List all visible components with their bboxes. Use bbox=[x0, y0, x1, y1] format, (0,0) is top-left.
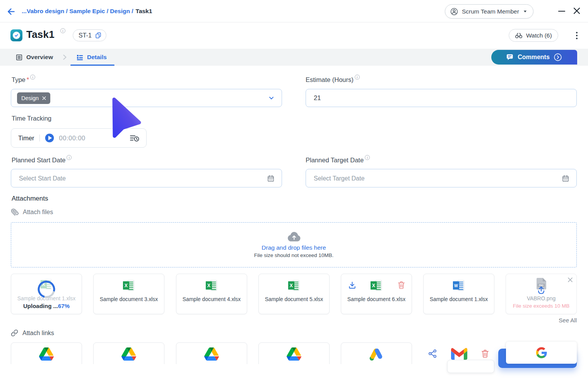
gmail-icon[interactable] bbox=[451, 347, 467, 360]
file-card[interactable]: Sample document 5.xlsx bbox=[258, 274, 330, 314]
estimate-info-icon[interactable]: i bbox=[355, 75, 360, 80]
link-card-gmail-actions bbox=[423, 347, 494, 360]
planned-start-label: Planned Start Date bbox=[12, 157, 65, 164]
tab-overview[interactable]: Overview bbox=[15, 49, 53, 66]
breadcrumb-current: Task1 bbox=[136, 8, 152, 15]
breadcrumb: ...Vabro design / Sample Epic / Design /… bbox=[22, 0, 152, 22]
google-drive-icon bbox=[287, 347, 301, 361]
title-info-icon[interactable]: i bbox=[60, 28, 65, 33]
task-type-icon bbox=[10, 29, 22, 41]
estimate-input[interactable] bbox=[306, 89, 576, 107]
comments-button-label: Comments bbox=[518, 54, 550, 61]
link-card-gmail[interactable] bbox=[447, 360, 494, 373]
type-chip: Design bbox=[17, 92, 50, 104]
calendar-icon[interactable] bbox=[562, 175, 569, 182]
estimate-label-row: Estimate (Hours) i bbox=[306, 76, 360, 83]
link-card-google-drive[interactable] bbox=[93, 342, 164, 364]
planned-start-input[interactable] bbox=[11, 169, 282, 187]
file-name: VABRO.png bbox=[508, 296, 575, 301]
copy-icon[interactable] bbox=[95, 32, 102, 39]
file-card-with-actions[interactable]: Sample document 6.xlsx bbox=[341, 274, 412, 314]
time-tracking-label: Time Tracking bbox=[12, 115, 51, 122]
link-card-google-ads[interactable] bbox=[341, 342, 412, 364]
file-card[interactable]: Sample document 3.xlsx bbox=[93, 274, 164, 314]
file-dropzone[interactable]: Drag and drop files here File size shoul… bbox=[11, 222, 577, 267]
timer-divider bbox=[39, 135, 40, 141]
google-ads-icon bbox=[369, 346, 384, 361]
link-card-google-drive[interactable] bbox=[258, 342, 330, 364]
type-label-row: Type* i bbox=[12, 76, 35, 83]
timer-box: Timer 00:00:00 bbox=[11, 128, 147, 148]
breadcrumb-link[interactable]: ...Vabro design / Sample Epic / Design / bbox=[22, 8, 133, 15]
excel-file-icon bbox=[371, 280, 383, 291]
tab-details-label: Details bbox=[87, 54, 107, 61]
planned-target-label: Planned Target Date bbox=[306, 157, 364, 164]
download-icon[interactable] bbox=[348, 281, 357, 290]
play-icon[interactable] bbox=[45, 133, 54, 143]
type-select[interactable]: Design bbox=[11, 89, 282, 107]
watch-button[interactable]: Watch (6) bbox=[509, 29, 558, 42]
estimate-label: Estimate (Hours) bbox=[306, 76, 354, 83]
task-id-label: ST-1 bbox=[79, 32, 92, 39]
watch-label: Watch (6) bbox=[526, 32, 552, 39]
file-name: Sample document 3.xlsx bbox=[95, 296, 162, 302]
dropzone-subtitle: File size should not exceed 10MB. bbox=[254, 252, 334, 258]
cloud-upload-icon bbox=[287, 232, 301, 242]
excel-file-icon bbox=[288, 280, 300, 291]
attach-links-button[interactable]: Attach links bbox=[11, 329, 54, 337]
type-info-icon[interactable]: i bbox=[30, 75, 35, 80]
attach-files-label: Attach files bbox=[23, 209, 53, 216]
overview-tab-icon bbox=[15, 54, 23, 61]
planned-target-info-icon[interactable]: i bbox=[365, 155, 370, 160]
timer-value: 00:00:00 bbox=[59, 135, 85, 142]
delete-icon[interactable] bbox=[480, 349, 490, 359]
link-card-google-drive[interactable] bbox=[176, 342, 247, 364]
file-name: Sample document 1.xlsx bbox=[425, 296, 492, 302]
planned-target-input[interactable] bbox=[306, 169, 576, 187]
more-options-icon[interactable] bbox=[574, 31, 580, 40]
chevron-right-circle-icon bbox=[554, 53, 562, 61]
details-tab-icon bbox=[76, 54, 84, 61]
file-card[interactable]: Sample document 4.xlsx bbox=[176, 274, 247, 314]
upload-status: Uploading ...67% bbox=[11, 303, 82, 309]
tab-details[interactable]: Details bbox=[76, 49, 107, 66]
type-label: Type bbox=[12, 76, 26, 83]
planned-target-label-row: Planned Target Date i bbox=[306, 157, 370, 164]
chip-remove-icon[interactable] bbox=[42, 96, 46, 100]
user-menu-label: Scrum Team Member bbox=[462, 8, 519, 15]
planned-start-label-row: Planned Start Date i bbox=[12, 157, 72, 164]
user-menu[interactable]: Scrum Team Member bbox=[445, 4, 533, 19]
file-error-text: File size exceeds 10 MB bbox=[506, 303, 576, 309]
binoculars-icon bbox=[515, 32, 523, 39]
share-icon[interactable] bbox=[428, 349, 438, 359]
remove-file-icon[interactable] bbox=[567, 277, 573, 283]
google-drive-icon bbox=[121, 347, 136, 361]
select-caret-icon[interactable] bbox=[268, 95, 275, 101]
file-card-uploading[interactable]: Sample document 1.xlsx Uploading ...67% bbox=[11, 274, 82, 314]
attach-files-button[interactable]: Attach files bbox=[11, 208, 53, 216]
upload-arrow-icon bbox=[537, 285, 545, 295]
time-log-icon[interactable] bbox=[130, 135, 139, 142]
file-card[interactable]: Sample document 1.xlsx bbox=[423, 274, 494, 314]
back-icon[interactable] bbox=[6, 7, 16, 17]
task-id-badge: ST-1 bbox=[73, 29, 106, 41]
delete-icon[interactable] bbox=[397, 280, 406, 290]
type-chip-label: Design bbox=[21, 95, 39, 101]
person-icon bbox=[450, 7, 458, 16]
google-g-icon bbox=[535, 347, 547, 359]
comments-button[interactable]: Comments bbox=[491, 50, 577, 65]
close-icon[interactable] bbox=[573, 7, 581, 15]
estimate-field-wrap bbox=[306, 89, 577, 107]
tab-separator-chevron-icon bbox=[62, 54, 68, 61]
file-card-error[interactable]: PNG VABRO.png File size exceeds 10 MB bbox=[506, 274, 577, 314]
see-all-link[interactable]: See All bbox=[559, 317, 577, 324]
google-drive-icon bbox=[39, 347, 54, 361]
minimize-icon[interactable] bbox=[558, 7, 566, 15]
upload-progress: 67% bbox=[58, 303, 70, 309]
word-file-icon bbox=[453, 280, 465, 291]
tab-overview-label: Overview bbox=[26, 54, 53, 61]
link-card-google[interactable] bbox=[506, 342, 577, 364]
planned-start-info-icon[interactable]: i bbox=[67, 155, 72, 160]
link-card-google-drive[interactable] bbox=[11, 342, 82, 364]
calendar-icon[interactable] bbox=[267, 175, 275, 182]
